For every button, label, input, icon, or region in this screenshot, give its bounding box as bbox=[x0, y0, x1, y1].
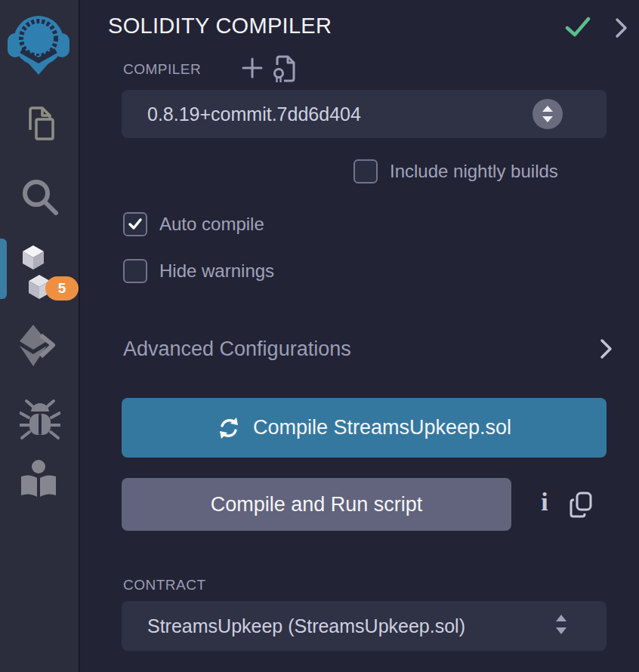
search-icon[interactable] bbox=[20, 177, 60, 220]
compile-and-run-button[interactable]: Compile and Run script bbox=[122, 478, 511, 531]
include-nightly-checkbox[interactable] bbox=[353, 159, 378, 183]
compiler-version-select[interactable]: 0.8.19+commit.7dd6d404 bbox=[122, 90, 607, 138]
advanced-configurations-toggle[interactable]: Advanced Configurations bbox=[123, 334, 616, 363]
learneth-book-icon[interactable] bbox=[18, 459, 59, 504]
active-plugin-indicator bbox=[0, 239, 7, 299]
compile-success-check-icon bbox=[565, 17, 591, 41]
compiler-section-label: COMPILER bbox=[123, 61, 201, 78]
debugger-icon[interactable] bbox=[20, 399, 60, 449]
add-custom-compiler-icon[interactable] bbox=[240, 56, 264, 83]
compile-and-run-label: Compile and Run script bbox=[211, 493, 423, 516]
contract-select-arrows-icon bbox=[554, 612, 569, 640]
compiler-version-value: 0.8.19+commit.7dd6d404 bbox=[147, 103, 361, 125]
deploy-and-run-icon[interactable] bbox=[17, 323, 59, 370]
contract-selected-value: StreamsUpkeep (StreamsUpkeep.sol) bbox=[147, 615, 465, 637]
auto-compile-row: Auto compile bbox=[123, 212, 264, 236]
copy-icon[interactable] bbox=[568, 491, 594, 522]
panel-chevron-right-icon[interactable] bbox=[612, 17, 631, 42]
auto-compile-checkbox[interactable] bbox=[123, 212, 147, 236]
contract-select[interactable]: StreamsUpkeep (StreamsUpkeep.sol) bbox=[122, 601, 607, 651]
icon-sidebar: 5 bbox=[0, 0, 80, 672]
chevron-right-icon bbox=[597, 337, 616, 361]
check-icon bbox=[127, 216, 144, 233]
solidity-compiler-panel: SOLIDITY COMPILER COMPILER 0.8.19+commit… bbox=[82, 0, 639, 672]
info-icon[interactable]: i bbox=[533, 488, 556, 521]
remix-logo-icon[interactable] bbox=[6, 11, 71, 79]
hide-warnings-checkbox[interactable] bbox=[123, 259, 147, 283]
compiler-error-badge: 5 bbox=[45, 276, 79, 301]
file-explorer-icon[interactable] bbox=[20, 103, 59, 148]
advanced-configurations-label: Advanced Configurations bbox=[123, 338, 351, 361]
hide-warnings-label[interactable]: Hide warnings bbox=[159, 260, 274, 282]
badge-count: 5 bbox=[58, 280, 66, 297]
select-arrows-icon bbox=[532, 99, 563, 129]
hide-warnings-row: Hide warnings bbox=[123, 259, 274, 283]
include-nightly-label[interactable]: Include nightly builds bbox=[390, 161, 558, 182]
contract-section-label: CONTRACT bbox=[123, 577, 206, 593]
compile-button[interactable]: Compile StreamsUpkeep.sol bbox=[122, 398, 607, 458]
auto-compile-label[interactable]: Auto compile bbox=[159, 214, 264, 235]
refresh-icon bbox=[217, 416, 241, 440]
info-glyph: i bbox=[541, 488, 548, 516]
page-title: SOLIDITY COMPILER bbox=[108, 14, 332, 39]
compile-button-label: Compile StreamsUpkeep.sol bbox=[253, 416, 511, 439]
include-nightly-row: Include nightly builds bbox=[353, 159, 558, 183]
compiler-license-file-icon[interactable] bbox=[270, 53, 299, 88]
